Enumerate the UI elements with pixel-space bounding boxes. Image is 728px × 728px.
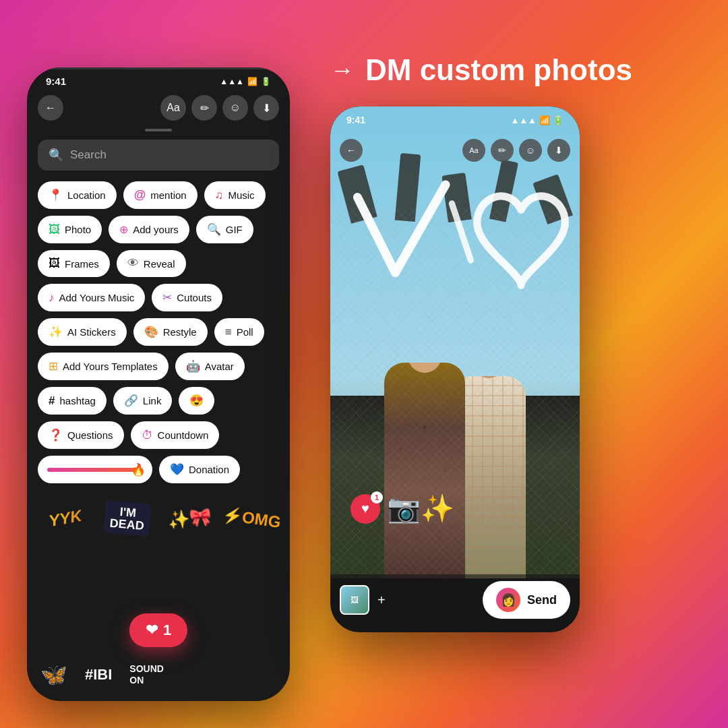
heart-eyes-icon: 😍: [189, 394, 204, 408]
like-count-right: 1: [375, 493, 379, 502]
sticker-row-7: # hashtag 🔗 Link 😍: [38, 387, 279, 415]
signal-icon-left: ▲▲▲: [220, 77, 244, 86]
search-bar[interactable]: 🔍 Search: [38, 140, 279, 171]
link-icon: 🔗: [124, 394, 138, 408]
reveal-chip[interactable]: 👁 Reveal: [117, 250, 186, 277]
countdown-label: Countdown: [158, 429, 209, 441]
sticker-row-5: ✨ AI Stickers 🎨 Restyle ≡ Poll: [38, 318, 279, 346]
dm-title-area: → DM custom photos: [330, 54, 632, 86]
toolbar-right-icons: Aa ✏ ☺ ⬇: [160, 95, 279, 121]
bottom-reaction-area: 🦋 ❤ 1 #IBI SOUNDON: [27, 662, 290, 688]
avatar-icon: 🤖: [186, 359, 200, 373]
ai-stickers-chip[interactable]: ✨ AI Stickers: [38, 318, 127, 346]
add-yours-templates-chip[interactable]: ⊞ Add Yours Templates: [38, 353, 169, 380]
questions-icon: ❓: [49, 428, 63, 442]
back-icon-right: ←: [346, 145, 356, 156]
sticker-row-3: 🖼 Frames 👁 Reveal: [38, 250, 279, 277]
add-yours-templates-icon: ⊞: [49, 359, 58, 373]
dm-title-text: DM custom photos: [365, 54, 632, 86]
gif-label: GIF: [226, 224, 243, 235]
emoji-icon-right: ☺: [526, 145, 535, 156]
wifi-icon-left: 📶: [247, 77, 257, 86]
text-button-right[interactable]: Aa: [462, 139, 485, 162]
cutouts-icon: ✂: [162, 291, 172, 305]
download-button[interactable]: ⬇: [253, 95, 279, 121]
mention-icon: @: [134, 188, 146, 202]
toolbar-right-icons-right: Aa ✏ ☺ ⬇: [462, 139, 570, 162]
hashtag-label: hashtag: [59, 395, 95, 406]
back-icon: ←: [45, 102, 56, 114]
send-button[interactable]: 👩 Send: [483, 581, 570, 619]
donation-chip[interactable]: 💙 Donation: [159, 456, 240, 483]
photo-icon: 🖼: [49, 223, 60, 237]
add-yours-icon: ⊕: [119, 223, 128, 236]
sticker-row-2: 🖼 Photo ⊕ Add yours 🔍 GIF: [38, 216, 279, 243]
photo-drawing: [330, 147, 580, 338]
draw-icon: ✏: [200, 102, 209, 115]
add-yours-chip[interactable]: ⊕ Add yours: [109, 216, 189, 243]
emoji-icon: ☺: [230, 102, 241, 114]
hashtag-ibi: #IBI: [85, 666, 112, 684]
sticker-preview-row: YYK I'MDEAD ✨🎀 ⚡OMG: [27, 483, 290, 545]
mention-chip[interactable]: @ mention: [123, 181, 198, 209]
status-icons-right: ▲▲▲ 📶 🔋: [510, 115, 564, 125]
countdown-chip[interactable]: ⏱ Countdown: [131, 421, 220, 449]
sticker-preview-1: YYK: [34, 487, 97, 550]
cutouts-chip[interactable]: ✂ Cutouts: [152, 284, 222, 311]
emoji-button[interactable]: ☺: [222, 95, 248, 121]
questions-chip[interactable]: ❓ Questions: [38, 421, 124, 449]
sticker-row-6: ⊞ Add Yours Templates 🤖 Avatar: [38, 353, 279, 380]
emoji-slider-chip[interactable]: 🔥: [38, 456, 152, 483]
sticker-row-9: 🔥 💙 Donation: [38, 456, 279, 483]
photo-thumbnail: 🖼: [340, 585, 369, 615]
search-placeholder: Search: [70, 148, 107, 162]
send-bar: 🖼 + 👩 Send: [330, 574, 580, 632]
like-bubble[interactable]: ❤ 1: [129, 613, 187, 647]
butterfly-emoji: 🦋: [40, 662, 67, 688]
sticker-preview-4: ⚡OMG: [221, 488, 282, 549]
frames-chip[interactable]: 🖼 Frames: [38, 250, 110, 277]
gif-chip[interactable]: 🔍 GIF: [196, 216, 253, 243]
restyle-chip[interactable]: 🎨 Restyle: [133, 318, 208, 346]
emoji-button-right[interactable]: ☺: [519, 139, 542, 162]
add-yours-music-chip[interactable]: ♪ Add Yours Music: [38, 284, 145, 311]
back-button-left[interactable]: ←: [38, 95, 63, 121]
like-notification: ♥ 1 📷✨: [351, 493, 454, 524]
add-button[interactable]: +: [377, 593, 386, 608]
heart-eyes-chip[interactable]: 😍: [179, 387, 214, 415]
draw-icon-right: ✏: [498, 145, 506, 156]
draw-button[interactable]: ✏: [191, 95, 217, 121]
send-avatar: 👩: [496, 588, 520, 612]
drag-handle: [145, 129, 172, 131]
heart-icon-right: ♥: [361, 501, 369, 516]
signal-icon-right: ▲▲▲: [510, 115, 537, 125]
photo-label: Photo: [65, 224, 91, 235]
poll-chip[interactable]: ≡ Poll: [214, 318, 264, 346]
cutouts-label: Cutouts: [177, 292, 212, 303]
sticker-row-1: 📍 Location @ mention ♫ Music: [38, 181, 279, 209]
right-section: → DM custom photos: [290, 27, 701, 701]
music-chip[interactable]: ♫ Music: [204, 181, 266, 209]
location-chip[interactable]: 📍 Location: [38, 181, 117, 209]
link-chip[interactable]: 🔗 Link: [113, 387, 173, 415]
gif-icon: 🔍: [207, 222, 221, 237]
camera-flash-icon: 📷✨: [387, 493, 454, 524]
photo-chip[interactable]: 🖼 Photo: [38, 216, 102, 243]
add-yours-templates-label: Add Yours Templates: [63, 361, 158, 372]
poll-icon: ≡: [225, 326, 232, 339]
time-right: 9:41: [346, 115, 365, 125]
music-label: Music: [228, 189, 254, 201]
sound-on-label: SOUNDON: [129, 663, 164, 686]
thumbnail-preview: 🖼: [351, 595, 359, 605]
like-count: 1: [163, 621, 171, 639]
hashtag-chip[interactable]: # hashtag: [38, 387, 107, 415]
phone-left: 9:41 ▲▲▲ 📶 🔋 ← Aa ✏ ☺ ⬇ 🔍 Search: [27, 67, 290, 701]
back-button-right[interactable]: ←: [340, 139, 363, 162]
poll-label: Poll: [237, 326, 253, 338]
toolbar-right: ← Aa ✏ ☺ ⬇: [330, 136, 580, 167]
draw-button-right[interactable]: ✏: [491, 139, 514, 162]
text-button[interactable]: Aa: [160, 95, 186, 121]
donation-label: Donation: [189, 464, 229, 475]
avatar-chip[interactable]: 🤖 Avatar: [175, 353, 245, 380]
download-button-right[interactable]: ⬇: [547, 139, 570, 162]
